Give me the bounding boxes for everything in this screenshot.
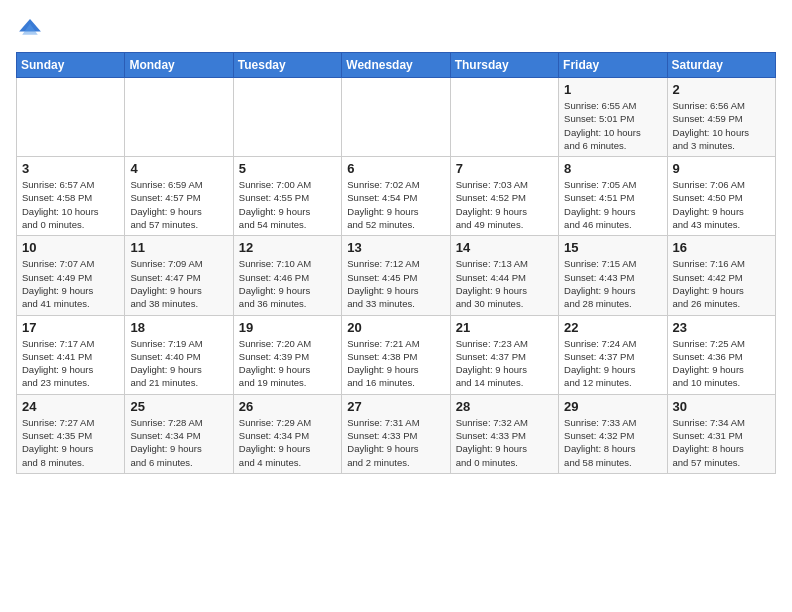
day-info: Sunrise: 7:33 AM Sunset: 4:32 PM Dayligh… — [564, 416, 661, 469]
calendar-cell: 27Sunrise: 7:31 AM Sunset: 4:33 PM Dayli… — [342, 394, 450, 473]
day-number: 26 — [239, 399, 336, 414]
day-number: 25 — [130, 399, 227, 414]
day-number: 6 — [347, 161, 444, 176]
day-number: 11 — [130, 240, 227, 255]
calendar-week-row: 1Sunrise: 6:55 AM Sunset: 5:01 PM Daylig… — [17, 78, 776, 157]
page-header — [16, 16, 776, 44]
calendar-cell: 19Sunrise: 7:20 AM Sunset: 4:39 PM Dayli… — [233, 315, 341, 394]
weekday-header: Monday — [125, 53, 233, 78]
calendar-table: SundayMondayTuesdayWednesdayThursdayFrid… — [16, 52, 776, 474]
day-info: Sunrise: 6:59 AM Sunset: 4:57 PM Dayligh… — [130, 178, 227, 231]
day-info: Sunrise: 7:03 AM Sunset: 4:52 PM Dayligh… — [456, 178, 553, 231]
calendar-week-row: 17Sunrise: 7:17 AM Sunset: 4:41 PM Dayli… — [17, 315, 776, 394]
calendar-week-row: 24Sunrise: 7:27 AM Sunset: 4:35 PM Dayli… — [17, 394, 776, 473]
logo — [16, 16, 48, 44]
weekday-header: Wednesday — [342, 53, 450, 78]
day-number: 7 — [456, 161, 553, 176]
calendar-cell: 9Sunrise: 7:06 AM Sunset: 4:50 PM Daylig… — [667, 157, 775, 236]
calendar-cell: 25Sunrise: 7:28 AM Sunset: 4:34 PM Dayli… — [125, 394, 233, 473]
calendar-cell: 7Sunrise: 7:03 AM Sunset: 4:52 PM Daylig… — [450, 157, 558, 236]
day-number: 28 — [456, 399, 553, 414]
day-number: 3 — [22, 161, 119, 176]
day-number: 2 — [673, 82, 770, 97]
day-number: 10 — [22, 240, 119, 255]
day-info: Sunrise: 7:31 AM Sunset: 4:33 PM Dayligh… — [347, 416, 444, 469]
day-info: Sunrise: 7:00 AM Sunset: 4:55 PM Dayligh… — [239, 178, 336, 231]
day-info: Sunrise: 7:25 AM Sunset: 4:36 PM Dayligh… — [673, 337, 770, 390]
calendar-cell: 8Sunrise: 7:05 AM Sunset: 4:51 PM Daylig… — [559, 157, 667, 236]
calendar-cell: 20Sunrise: 7:21 AM Sunset: 4:38 PM Dayli… — [342, 315, 450, 394]
calendar-cell: 17Sunrise: 7:17 AM Sunset: 4:41 PM Dayli… — [17, 315, 125, 394]
calendar-cell: 30Sunrise: 7:34 AM Sunset: 4:31 PM Dayli… — [667, 394, 775, 473]
day-info: Sunrise: 7:24 AM Sunset: 4:37 PM Dayligh… — [564, 337, 661, 390]
day-number: 19 — [239, 320, 336, 335]
day-number: 13 — [347, 240, 444, 255]
calendar-cell: 29Sunrise: 7:33 AM Sunset: 4:32 PM Dayli… — [559, 394, 667, 473]
day-info: Sunrise: 7:05 AM Sunset: 4:51 PM Dayligh… — [564, 178, 661, 231]
day-number: 24 — [22, 399, 119, 414]
calendar-cell — [17, 78, 125, 157]
logo-icon — [16, 16, 44, 44]
day-number: 30 — [673, 399, 770, 414]
calendar-cell: 24Sunrise: 7:27 AM Sunset: 4:35 PM Dayli… — [17, 394, 125, 473]
day-number: 27 — [347, 399, 444, 414]
day-number: 8 — [564, 161, 661, 176]
day-number: 23 — [673, 320, 770, 335]
calendar-cell: 1Sunrise: 6:55 AM Sunset: 5:01 PM Daylig… — [559, 78, 667, 157]
calendar-cell: 2Sunrise: 6:56 AM Sunset: 4:59 PM Daylig… — [667, 78, 775, 157]
calendar-cell: 18Sunrise: 7:19 AM Sunset: 4:40 PM Dayli… — [125, 315, 233, 394]
day-number: 16 — [673, 240, 770, 255]
weekday-header: Sunday — [17, 53, 125, 78]
day-number: 18 — [130, 320, 227, 335]
day-number: 15 — [564, 240, 661, 255]
weekday-header: Thursday — [450, 53, 558, 78]
day-info: Sunrise: 6:56 AM Sunset: 4:59 PM Dayligh… — [673, 99, 770, 152]
day-info: Sunrise: 7:06 AM Sunset: 4:50 PM Dayligh… — [673, 178, 770, 231]
day-number: 1 — [564, 82, 661, 97]
day-info: Sunrise: 7:23 AM Sunset: 4:37 PM Dayligh… — [456, 337, 553, 390]
day-info: Sunrise: 7:32 AM Sunset: 4:33 PM Dayligh… — [456, 416, 553, 469]
day-number: 9 — [673, 161, 770, 176]
calendar-cell: 10Sunrise: 7:07 AM Sunset: 4:49 PM Dayli… — [17, 236, 125, 315]
day-info: Sunrise: 7:19 AM Sunset: 4:40 PM Dayligh… — [130, 337, 227, 390]
weekday-header-row: SundayMondayTuesdayWednesdayThursdayFrid… — [17, 53, 776, 78]
day-info: Sunrise: 7:12 AM Sunset: 4:45 PM Dayligh… — [347, 257, 444, 310]
day-info: Sunrise: 7:16 AM Sunset: 4:42 PM Dayligh… — [673, 257, 770, 310]
day-info: Sunrise: 7:28 AM Sunset: 4:34 PM Dayligh… — [130, 416, 227, 469]
weekday-header: Tuesday — [233, 53, 341, 78]
day-info: Sunrise: 7:07 AM Sunset: 4:49 PM Dayligh… — [22, 257, 119, 310]
day-number: 5 — [239, 161, 336, 176]
calendar-cell: 13Sunrise: 7:12 AM Sunset: 4:45 PM Dayli… — [342, 236, 450, 315]
calendar-cell: 16Sunrise: 7:16 AM Sunset: 4:42 PM Dayli… — [667, 236, 775, 315]
day-info: Sunrise: 7:21 AM Sunset: 4:38 PM Dayligh… — [347, 337, 444, 390]
day-number: 29 — [564, 399, 661, 414]
calendar-cell: 22Sunrise: 7:24 AM Sunset: 4:37 PM Dayli… — [559, 315, 667, 394]
day-info: Sunrise: 7:02 AM Sunset: 4:54 PM Dayligh… — [347, 178, 444, 231]
calendar-cell: 26Sunrise: 7:29 AM Sunset: 4:34 PM Dayli… — [233, 394, 341, 473]
day-info: Sunrise: 7:15 AM Sunset: 4:43 PM Dayligh… — [564, 257, 661, 310]
calendar-cell: 21Sunrise: 7:23 AM Sunset: 4:37 PM Dayli… — [450, 315, 558, 394]
calendar-cell: 5Sunrise: 7:00 AM Sunset: 4:55 PM Daylig… — [233, 157, 341, 236]
day-info: Sunrise: 6:55 AM Sunset: 5:01 PM Dayligh… — [564, 99, 661, 152]
day-number: 21 — [456, 320, 553, 335]
day-number: 14 — [456, 240, 553, 255]
calendar-cell: 14Sunrise: 7:13 AM Sunset: 4:44 PM Dayli… — [450, 236, 558, 315]
day-number: 20 — [347, 320, 444, 335]
calendar-cell: 3Sunrise: 6:57 AM Sunset: 4:58 PM Daylig… — [17, 157, 125, 236]
day-info: Sunrise: 7:20 AM Sunset: 4:39 PM Dayligh… — [239, 337, 336, 390]
calendar-cell: 4Sunrise: 6:59 AM Sunset: 4:57 PM Daylig… — [125, 157, 233, 236]
calendar-cell: 6Sunrise: 7:02 AM Sunset: 4:54 PM Daylig… — [342, 157, 450, 236]
day-info: Sunrise: 7:09 AM Sunset: 4:47 PM Dayligh… — [130, 257, 227, 310]
weekday-header: Friday — [559, 53, 667, 78]
day-info: Sunrise: 7:17 AM Sunset: 4:41 PM Dayligh… — [22, 337, 119, 390]
day-number: 4 — [130, 161, 227, 176]
day-info: Sunrise: 7:34 AM Sunset: 4:31 PM Dayligh… — [673, 416, 770, 469]
day-number: 17 — [22, 320, 119, 335]
calendar-cell — [233, 78, 341, 157]
weekday-header: Saturday — [667, 53, 775, 78]
day-number: 12 — [239, 240, 336, 255]
calendar-week-row: 3Sunrise: 6:57 AM Sunset: 4:58 PM Daylig… — [17, 157, 776, 236]
day-info: Sunrise: 7:10 AM Sunset: 4:46 PM Dayligh… — [239, 257, 336, 310]
calendar-cell — [450, 78, 558, 157]
day-info: Sunrise: 7:29 AM Sunset: 4:34 PM Dayligh… — [239, 416, 336, 469]
